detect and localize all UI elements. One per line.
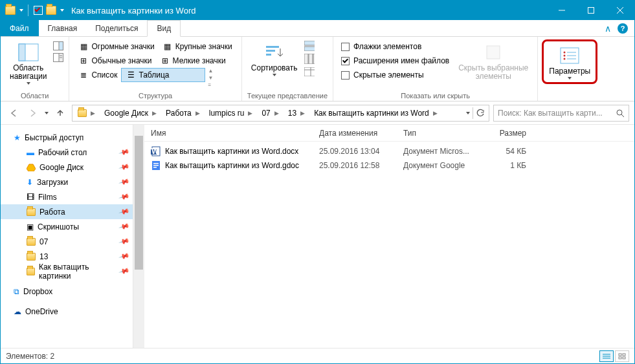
nav-item[interactable]: Как вытащить картинки📌 <box>1 264 133 279</box>
sort-button[interactable]: Сортировать <box>247 39 302 78</box>
col-header-date[interactable]: Дата изменения <box>313 129 397 138</box>
breadcrumb-segment[interactable]: Как вытащить картинки из Word▶ <box>310 105 443 121</box>
status-text: Элементов: 2 <box>6 352 54 361</box>
file-date: 25.09.2016 12:58 <box>313 161 397 170</box>
layout-scroll-up-icon[interactable]: ▲ <box>208 68 213 74</box>
refresh-button[interactable] <box>476 109 485 118</box>
tab-view[interactable]: Вид <box>147 20 181 37</box>
tab-home[interactable]: Главная <box>39 20 87 36</box>
col-header-name[interactable]: Имя <box>144 129 313 138</box>
add-columns-icon[interactable] <box>304 54 315 64</box>
view-details-button[interactable] <box>599 350 614 362</box>
minimize-button[interactable] <box>547 1 576 20</box>
search-input[interactable]: Поиск: Как вытащить карти... <box>493 105 629 122</box>
forward-button[interactable] <box>25 105 41 121</box>
history-dropdown-icon[interactable] <box>45 112 49 114</box>
options-label: Параметры <box>549 67 590 76</box>
svg-rect-14 <box>266 54 271 56</box>
file-type: Документ Google <box>397 161 481 170</box>
nav-pane-button[interactable]: Область навигации <box>6 39 50 86</box>
layout-table-button[interactable]: ☰Таблица <box>121 68 205 82</box>
tab-file[interactable]: Файл <box>1 20 39 36</box>
layout-list-label: Список <box>91 70 117 80</box>
chevron-right-icon: ▶ <box>273 110 280 116</box>
svg-point-27 <box>564 55 566 57</box>
nav-item[interactable]: Google Диск📌 <box>1 160 133 175</box>
nav-quick-access[interactable]: ★ Быстрый доступ <box>1 130 133 145</box>
qat-dropdown-icon[interactable] <box>17 5 24 16</box>
checkbox-hidden[interactable]: Скрытые элементы <box>339 68 452 82</box>
nav-item-label: 13 <box>39 252 48 261</box>
group-panes: Область навигации Области <box>1 37 69 101</box>
file-type: Документ Micros... <box>397 147 481 156</box>
breadcrumb-segment[interactable]: Google Диск▶ <box>100 105 162 121</box>
layout-list-button[interactable]: ≣Список <box>74 68 121 82</box>
preview-pane-icon[interactable] <box>53 41 63 51</box>
qat-newfolder-icon[interactable] <box>45 5 57 16</box>
size-columns-icon[interactable] <box>304 67 315 77</box>
checkbox-extensions[interactable]: Расширения имен файлов <box>339 54 452 68</box>
nav-item[interactable]: ⬇Загрузки📌 <box>1 175 133 189</box>
nav-onedrive[interactable]: ☁ OneDrive <box>1 304 133 319</box>
svg-rect-5 <box>19 44 25 61</box>
address-bar-row: ▶ Google Диск▶Работа▶lumpics ru▶07▶13▶Ка… <box>1 102 634 125</box>
layout-expand-icon[interactable]: ≡ <box>208 82 213 88</box>
checkbox-hidden-label: Скрытые элементы <box>353 70 424 80</box>
nav-item[interactable]: ▣Скриншоты📌 <box>1 219 133 234</box>
breadcrumb-segment[interactable]: 13▶ <box>284 105 310 121</box>
collapse-ribbon-icon[interactable]: ∧ <box>605 23 611 34</box>
breadcrumb-bar[interactable]: ▶ Google Диск▶Работа▶lumpics ru▶07▶13▶Ка… <box>72 105 489 122</box>
up-button[interactable] <box>52 105 68 121</box>
close-button[interactable] <box>605 1 634 20</box>
nav-item-label: Загрузки <box>37 178 68 187</box>
file-row[interactable]: WКак вытащить картинки из Word.docx25.09… <box>144 144 634 158</box>
breadcrumb-root-icon[interactable]: ▶ <box>74 105 100 121</box>
qat-caret-icon[interactable] <box>58 5 65 16</box>
checkbox-item-flags[interactable]: Флажки элементов <box>339 39 452 54</box>
options-icon <box>559 45 580 66</box>
breadcrumb-segment[interactable]: 07▶ <box>258 105 284 121</box>
col-header-type[interactable]: Тип <box>397 129 481 138</box>
large-icons-icon: ▦ <box>162 41 173 52</box>
layout-scroll-down-icon[interactable]: ▼ <box>208 75 213 81</box>
details-pane-icon[interactable] <box>53 52 63 63</box>
layout-medium-button[interactable]: ⊞Обычные значки <box>74 54 155 68</box>
options-button[interactable]: Параметры <box>545 43 594 81</box>
checkbox-flags-label: Флажки элементов <box>353 42 421 51</box>
layout-medium-label: Обычные значки <box>91 56 151 65</box>
help-icon[interactable]: ? <box>618 23 628 34</box>
nav-dropbox[interactable]: ⧉ Dropbox <box>1 284 133 299</box>
content-pane: Имя Дата изменения Тип Размер WКак вытащ… <box>144 125 634 348</box>
qat-properties-icon[interactable] <box>32 5 44 16</box>
highlight-annotation: Параметры <box>542 39 597 84</box>
back-button[interactable] <box>6 105 21 121</box>
desktop-icon: ▬ <box>27 148 34 157</box>
layout-large-button[interactable]: ▦Крупные значки <box>159 39 236 54</box>
address-dropdown-icon[interactable] <box>466 112 470 114</box>
layout-small-button[interactable]: ⊞Мелкие значки <box>156 54 230 68</box>
nav-item-label: Как вытащить картинки <box>39 262 116 281</box>
nav-item[interactable]: 🎞Films📌 <box>1 189 133 204</box>
nav-item[interactable]: ▬Рабочий стол📌 <box>1 145 133 160</box>
col-header-size[interactable]: Размер <box>481 129 533 138</box>
file-list: WКак вытащить картинки из Word.docx25.09… <box>144 142 634 348</box>
checkbox-icon <box>341 43 350 51</box>
breadcrumb-segment[interactable]: lumpics ru▶ <box>205 105 258 121</box>
nav-item[interactable]: 07📌 <box>1 234 133 249</box>
file-row[interactable]: Как вытащить картинки из Word.gdoc25.09.… <box>144 158 634 173</box>
breadcrumb-segment[interactable]: Работа▶ <box>162 105 205 121</box>
titlebar: Как вытащить картинки из Word <box>1 1 634 20</box>
view-icons-button[interactable] <box>615 350 629 362</box>
group-show-hide-label: Показать или скрыть <box>339 91 532 100</box>
svg-point-29 <box>564 58 566 60</box>
tab-share[interactable]: Поделиться <box>86 20 147 36</box>
svg-point-31 <box>617 110 622 115</box>
nav-scrollbar[interactable] <box>133 125 144 348</box>
groupby-icon[interactable] <box>304 41 315 51</box>
downloads-icon: ⬇ <box>27 178 33 187</box>
svg-rect-45 <box>623 354 625 356</box>
nav-item[interactable]: Работа📌 <box>1 204 133 219</box>
list-icon: ≣ <box>78 70 89 80</box>
maximize-button[interactable] <box>576 1 605 20</box>
layout-huge-button[interactable]: ▦Огромные значки <box>74 39 158 54</box>
